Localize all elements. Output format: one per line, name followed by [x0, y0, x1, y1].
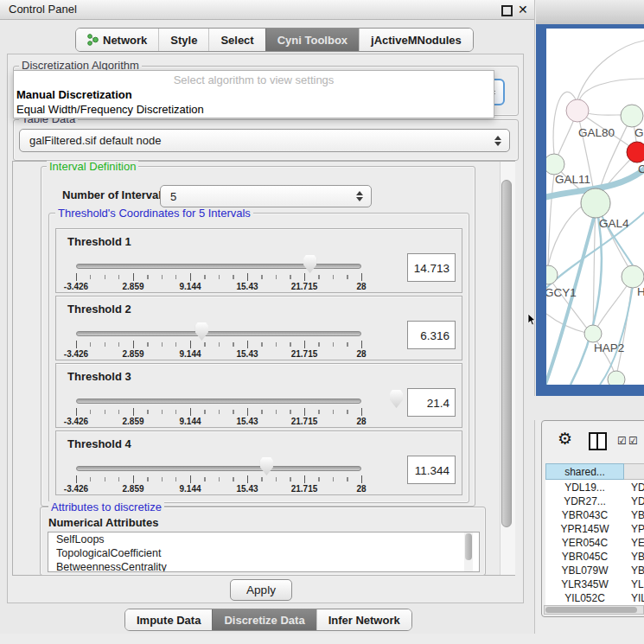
control-panel-titlebar: Control Panel ✕ — [0, 0, 534, 20]
node-label: GAL4 — [599, 217, 629, 230]
threshold-3-slider-thumb[interactable] — [390, 390, 403, 408]
threshold-3-label: Threshold 3 — [67, 370, 131, 383]
node-label: GAL11 — [555, 173, 590, 186]
tab-style[interactable]: Style — [158, 29, 208, 51]
split-columns-icon[interactable] — [589, 432, 607, 450]
table-panel-header: Table Panel — [534, 396, 644, 420]
mouse-cursor — [527, 314, 536, 326]
threshold-1-label: Threshold 1 — [67, 235, 131, 248]
threshold-4-slider-thumb[interactable] — [260, 457, 273, 475]
column-header-shared-name[interactable]: shared... — [545, 463, 624, 480]
algorithm-dropdown-popup: Select algorithm to view settings Manual… — [13, 70, 494, 118]
numerical-attributes-heading: Numerical Attributes — [48, 516, 158, 529]
slider-tick-labels: -3.426 2.859 9.144 15.43 21.715 28 — [76, 282, 361, 292]
threshold-4-slider[interactable] — [76, 466, 361, 471]
control-panel-title: Control Panel — [9, 0, 77, 19]
threshold-4-value-field[interactable]: 11.344 — [407, 456, 456, 484]
threshold-3-slider[interactable] — [76, 399, 361, 404]
node-green — [621, 105, 643, 127]
table-row[interactable]: YLR345WYLR3 — [545, 577, 644, 591]
checkbox-checked-icon[interactable]: ☑ — [628, 435, 638, 447]
threshold-4-label: Threshold 4 — [67, 437, 131, 450]
table-row[interactable]: YER054CYER0 — [545, 536, 644, 550]
combo-arrows-icon — [356, 191, 363, 201]
attributes-group-title: Attributes to discretize — [48, 501, 164, 513]
threshold-1-panel: Threshold 1 -3.426 2.859 9.144 15.43 21.… — [55, 228, 462, 293]
table-row[interactable]: YDL19...YDL1 — [545, 481, 644, 494]
tab-cyni-toolbox[interactable]: Cyni Toolbox — [265, 29, 359, 51]
node-bottom — [608, 371, 625, 385]
tab-impute-data[interactable]: Impute Data — [125, 609, 212, 630]
threshold-4-panel: Threshold 4 -3.426 2.859 9.144 15.43 21.… — [55, 430, 462, 495]
threshold-1-slider[interactable] — [76, 264, 361, 269]
node-label: H — [637, 285, 644, 298]
network-canvas[interactable]: GAL80 G C GAL11 GAL4 GCY1 H HAP2 — [546, 29, 644, 385]
column-header-name[interactable]: na — [624, 463, 644, 480]
list-item[interactable]: TopologicalCoefficient — [48, 546, 479, 560]
tab-network[interactable]: Network — [76, 29, 158, 51]
thresholds-group-title: Threshold's Coordinates for 5 Intervals — [55, 207, 253, 219]
number-of-intervals-value: 5 — [170, 190, 176, 203]
node-hap2 — [584, 325, 602, 342]
list-item[interactable]: SelfLoops — [48, 532, 479, 546]
table-row[interactable]: YDR27...YDR2 — [545, 494, 644, 508]
checkbox-checked-icon[interactable]: ☑ — [617, 435, 627, 447]
table-row[interactable]: YBL079WYBL0 — [545, 564, 644, 577]
table-row[interactable]: YIL052CYIL0 — [545, 591, 644, 603]
node-label: HAP2 — [594, 341, 624, 354]
slider-tick-labels: -3.426 2.859 9.144 15.43 21.715 28 — [76, 417, 361, 427]
interval-definition-title: Interval Definition — [47, 161, 138, 172]
tab-discretize-data[interactable]: Discretize Data — [212, 609, 316, 630]
apply-button[interactable]: Apply — [230, 579, 292, 601]
dropdown-prompt: Select algorithm to view settings — [14, 73, 494, 86]
table-row[interactable]: YBR043CYBR0 — [545, 508, 644, 522]
control-panel-tabbar: Network Style Select Cyni Toolbox jActiv… — [75, 28, 474, 52]
node-label: G — [634, 126, 644, 139]
table-header-row: shared... na — [545, 463, 644, 480]
node-gcy1 — [546, 265, 558, 284]
network-icon — [87, 34, 99, 46]
threshold-3-panel: Threshold 3 -3.426 2.859 9.144 15.43 21.… — [55, 363, 462, 428]
slider-major-ticks — [76, 408, 362, 416]
number-of-intervals-label: Number of Intervals — [62, 188, 168, 201]
node-pink — [566, 99, 589, 122]
node-label: GAL80 — [578, 126, 615, 139]
node-label: GCY1 — [546, 286, 577, 299]
threshold-2-label: Threshold 2 — [67, 303, 131, 316]
slider-major-ticks — [76, 341, 362, 348]
threshold-2-slider-thumb[interactable] — [195, 322, 208, 341]
threshold-2-panel: Threshold 2 -3.426 2.859 9.144 15.43 21.… — [55, 296, 462, 360]
threshold-2-slider[interactable] — [76, 331, 361, 336]
threshold-1-slider-thumb[interactable] — [303, 255, 316, 273]
gear-icon[interactable]: ⚙ — [558, 430, 572, 448]
dropdown-option-equal-width-frequency[interactable]: Equal Width/Frequency Discretization — [16, 103, 204, 116]
float-window-icon[interactable] — [501, 5, 513, 16]
number-of-intervals-combobox[interactable]: 5 — [160, 185, 372, 207]
table-data-combobox-value: galFiltered.sif default node — [29, 134, 161, 147]
table-row[interactable]: YPR145WYPR1 — [545, 522, 644, 536]
table-row[interactable]: YBR045CYBR0 — [545, 550, 644, 564]
screen: Control Panel ✕ Network Style Select — [0, 0, 644, 644]
control-panel-window: Control Panel ✕ Network Style Select — [0, 0, 535, 634]
tab-select[interactable]: Select — [208, 29, 265, 51]
bottom-tabbar: Impute Data Discretize Data Infer Networ… — [124, 609, 412, 631]
threshold-1-value-field[interactable]: 14.713 — [407, 253, 456, 282]
combo-arrows-icon — [494, 136, 501, 146]
dropdown-option-manual-discretization[interactable]: Manual Discretization — [16, 88, 132, 101]
node-label: C — [638, 163, 644, 175]
tab-network-label: Network — [103, 34, 147, 47]
network-window-titlebar — [536, 0, 644, 25]
numerical-attributes-list: SelfLoops TopologicalCoefficient Between… — [48, 532, 480, 572]
list-item[interactable]: BetweennessCentrality — [48, 560, 479, 572]
tab-infer-network[interactable]: Infer Network — [316, 609, 411, 630]
vertical-scrollbar-thumb[interactable] — [501, 180, 512, 527]
table-data-combobox[interactable]: galFiltered.sif default node — [19, 129, 510, 152]
slider-major-ticks — [76, 273, 362, 281]
node-gal11 — [546, 154, 564, 175]
table-horizontal-scrollbar-thumb[interactable] — [545, 607, 637, 613]
threshold-3-value-field[interactable]: 21.4 — [407, 388, 456, 417]
attributes-list-scrollbar-thumb[interactable] — [465, 533, 472, 560]
threshold-2-value-field[interactable]: 6.316 — [407, 321, 456, 349]
tab-jactivemnodules[interactable]: jActiveMNodules — [359, 29, 473, 51]
close-icon[interactable]: ✕ — [518, 2, 528, 17]
